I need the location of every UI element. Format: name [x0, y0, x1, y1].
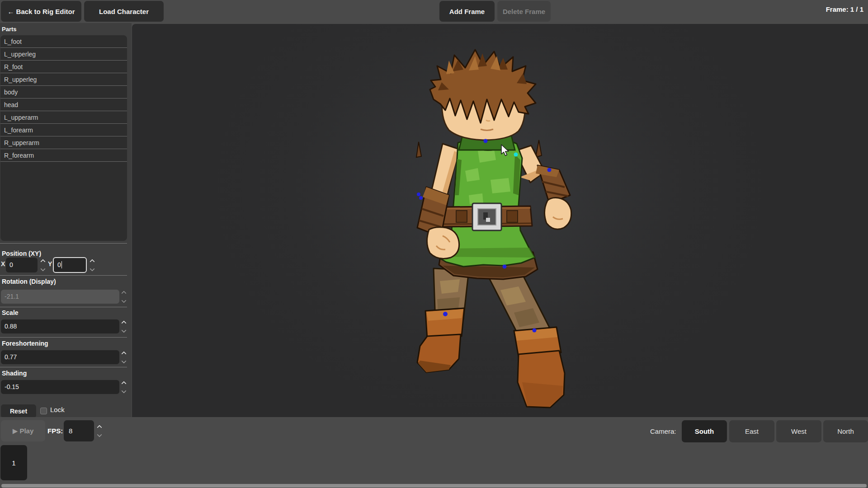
text-caret	[61, 261, 62, 268]
part-list-item[interactable]: head	[0, 99, 127, 111]
part-list-item[interactable]: body	[0, 86, 127, 99]
shading-stepper[interactable]	[120, 380, 127, 394]
foreshortening-input[interactable]: 0.77	[1, 350, 119, 364]
top-toolbar: ← Back to Rig Editor Load Character Add …	[0, 0, 868, 24]
joint-marker[interactable]	[484, 139, 488, 143]
head	[430, 50, 536, 140]
part-list-item[interactable]: R_upperarm	[0, 136, 127, 149]
playback-bar: ▶ Play FPS: 8 Camera: South East West No…	[0, 417, 868, 488]
separator	[0, 243, 127, 244]
frame-counter: Frame: 1 / 1	[826, 0, 863, 19]
shading-section-label: Shading	[2, 370, 27, 377]
chevron-down-icon	[121, 298, 126, 303]
chevron-down-icon[interactable]	[40, 266, 45, 271]
part-list-item[interactable]: L_foot	[0, 35, 127, 48]
part-list-item[interactable]: R_foot	[0, 61, 127, 73]
part-list-item[interactable]: L_upperarm	[0, 111, 127, 124]
joint-marker[interactable]	[503, 265, 507, 269]
part-list-item[interactable]: L_forearm	[0, 124, 127, 136]
add-frame-button[interactable]: Add Frame	[439, 1, 495, 22]
chevron-up-icon	[121, 291, 126, 296]
position-x-input[interactable]: 0	[6, 258, 38, 272]
chevron-down-icon[interactable]	[121, 388, 126, 393]
rotation-stepper	[120, 290, 127, 304]
load-character-button[interactable]: Load Character	[84, 1, 164, 22]
joint-marker-selected[interactable]	[514, 153, 518, 157]
play-button[interactable]: ▶ Play	[1, 420, 45, 441]
joint-marker[interactable]	[419, 196, 423, 200]
joint-marker[interactable]	[547, 168, 552, 172]
position-y-stepper[interactable]	[89, 258, 96, 272]
delete-frame-button[interactable]: Delete Frame	[497, 1, 551, 22]
chevron-up-icon[interactable]	[97, 425, 102, 430]
fps-label: FPS:	[47, 420, 63, 441]
fps-stepper[interactable]	[96, 420, 103, 441]
rotation-section-label: Rotation (Display)	[2, 278, 56, 285]
foreshortening-section-label: Foreshortening	[2, 340, 48, 347]
joint-marker[interactable]	[417, 192, 420, 196]
separator	[0, 307, 127, 307]
chevron-up-icon[interactable]	[40, 259, 45, 264]
mouse-cursor	[501, 144, 511, 158]
scale-input[interactable]: 0.88	[1, 319, 119, 333]
part-list-item[interactable]: L_upperleg	[0, 48, 127, 61]
chevron-up-icon[interactable]	[121, 320, 126, 325]
camera-south-button[interactable]: South	[682, 420, 727, 442]
position-x-stepper[interactable]	[39, 258, 47, 272]
camera-label: Camera:	[650, 420, 676, 442]
app-window: ← Back to Rig Editor Load Character Add …	[0, 0, 868, 488]
chevron-up-icon[interactable]	[90, 259, 94, 264]
inspector-sidebar: Parts L_foot L_upperleg R_foot R_upperle…	[0, 23, 132, 417]
lock-checkbox-label: Lock	[50, 406, 65, 413]
right-boot	[514, 327, 565, 408]
viewport-canvas[interactable]	[132, 24, 868, 417]
y-axis-label: Y	[48, 260, 52, 267]
parts-title: Parts	[2, 26, 17, 33]
part-list-item[interactable]: R_forearm	[0, 149, 127, 162]
fps-input[interactable]: 8	[64, 420, 94, 441]
timeline-frame-tile[interactable]: 1	[0, 445, 27, 480]
chevron-up-icon[interactable]	[121, 381, 126, 386]
chevron-down-icon[interactable]	[97, 432, 102, 437]
x-axis-label: X	[1, 260, 5, 267]
parts-list: L_foot L_upperleg R_foot R_upperleg body…	[0, 35, 127, 241]
camera-north-button[interactable]: North	[823, 420, 868, 442]
horizontal-scrollbar[interactable]	[1, 484, 867, 488]
camera-west-button[interactable]: West	[776, 420, 821, 442]
lock-checkbox[interactable]	[40, 408, 47, 414]
character-sprite[interactable]	[415, 46, 575, 412]
rotation-input: -21.1	[1, 290, 119, 304]
part-list-item[interactable]: R_upperleg	[0, 73, 127, 86]
separator	[0, 337, 127, 338]
belt	[443, 203, 532, 230]
chevron-down-icon[interactable]	[121, 358, 126, 363]
chevron-down-icon[interactable]	[121, 328, 126, 333]
joint-marker[interactable]	[533, 328, 537, 333]
right-forearm	[536, 165, 571, 229]
chevron-up-icon[interactable]	[121, 351, 126, 356]
left-boot	[417, 308, 464, 372]
foreshortening-stepper[interactable]	[120, 350, 127, 364]
separator	[0, 367, 127, 367]
joint-marker[interactable]	[443, 312, 448, 316]
position-y-value: 0	[57, 261, 61, 268]
scale-section-label: Scale	[2, 309, 19, 316]
position-y-input[interactable]: 0	[53, 257, 87, 273]
camera-east-button[interactable]: East	[729, 420, 774, 442]
back-to-rig-editor-button[interactable]: ← Back to Rig Editor	[1, 1, 81, 22]
position-section-label: Position (XY)	[2, 250, 41, 257]
chevron-down-icon[interactable]	[90, 266, 94, 271]
reset-button[interactable]: Reset	[1, 404, 36, 418]
shading-input[interactable]: -0.15	[1, 380, 119, 394]
scale-stepper[interactable]	[120, 319, 127, 333]
separator	[0, 275, 127, 276]
